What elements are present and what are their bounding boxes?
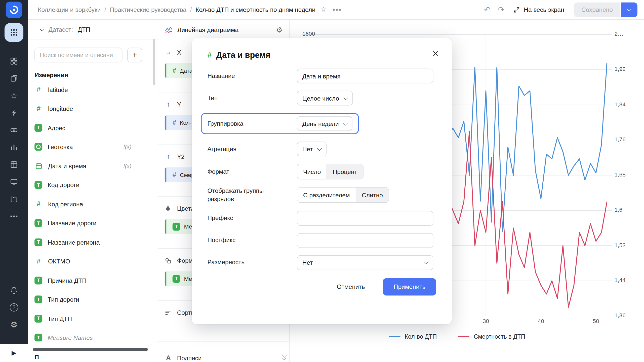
help-question-icon[interactable]: ? [6, 299, 22, 316]
chart-settings-gear-icon[interactable]: ⚙ [276, 25, 283, 34]
dimensions-section-header: Измерения [34, 71, 158, 78]
save-menu-caret-button[interactable] [621, 2, 637, 17]
notifications-bell-icon[interactable] [6, 282, 22, 299]
chart-type-header: Линейная диаграмма ⚙ [158, 20, 289, 40]
grouping-row: Группировка День недели [207, 113, 436, 134]
dataset-header[interactable]: Датасет: ДТП [28, 20, 158, 39]
field-item[interactable]: TПричина ДТП [28, 271, 158, 290]
aggregation-select[interactable]: Нет [297, 142, 326, 156]
charts-icon[interactable] [6, 139, 22, 156]
collections-icon[interactable] [6, 70, 22, 87]
favorite-star-icon[interactable]: ☆ [320, 5, 327, 14]
field-search-input[interactable] [34, 48, 122, 62]
scroll-down-indicator[interactable] [283, 355, 286, 359]
field-item[interactable]: TКод дороги [28, 175, 158, 195]
type-row: Тип Целое число [207, 91, 436, 106]
text-field-icon: T [34, 219, 42, 227]
field-item[interactable]: TТип дороги [28, 290, 158, 309]
field-item[interactable]: TНазвание дороги [28, 214, 158, 233]
type-select[interactable]: Целое число [297, 91, 353, 106]
dataset-panel: Датасет: ДТП + Измерения #latitude #long… [28, 20, 158, 362]
field-item[interactable]: #ОКТМО [28, 252, 158, 271]
field-item[interactable]: TАдрес [28, 118, 158, 137]
field-item[interactable]: TТип ДТП [28, 309, 158, 328]
grouping-select[interactable]: День недели [297, 116, 352, 131]
digit-groups-label: Отображать группы разрядов [207, 187, 273, 203]
dataset-label: Датасет: [49, 26, 73, 33]
apply-button[interactable]: Применить [383, 278, 436, 295]
field-item[interactable]: #latitude [28, 80, 158, 99]
apps-grid-icon[interactable] [5, 23, 23, 42]
text-field-icon: T [34, 124, 42, 132]
line-chart-type-icon[interactable] [165, 26, 173, 34]
digit-groups-option-plain[interactable]: Слитно [356, 188, 389, 203]
topbar: Коллекции и воркбуки / Практические руко… [28, 0, 644, 20]
formula-badge: f(x) [124, 144, 132, 150]
dashboards-icon[interactable] [6, 53, 22, 70]
right-axis-tick-label: 1,68 [614, 171, 625, 178]
horizontal-scrollbar[interactable] [33, 348, 148, 351]
app-root: ☆ ⋯ ? ⚙ ▶ Коллекции и [0, 0, 644, 362]
shelf-label: Y2 [177, 153, 185, 160]
shelf-label: Подписи [177, 354, 202, 361]
favorites-star-icon[interactable]: ☆ [6, 87, 22, 104]
format-option-percent[interactable]: Процент [327, 164, 363, 179]
redo-icon[interactable]: ↷ [498, 5, 505, 15]
text-field-icon: T [34, 296, 42, 303]
close-icon[interactable]: × [430, 47, 441, 60]
dialog-title: Дата и время [216, 50, 270, 60]
breadcrumb-guides[interactable]: Практические руководства [110, 6, 186, 13]
settings-gear-icon[interactable]: ⚙ [6, 316, 22, 333]
aggregation-label: Агрегация [207, 145, 297, 153]
datalens-logo-icon[interactable] [6, 2, 22, 18]
breadcrumb-collections[interactable]: Коллекции и воркбуки [38, 6, 101, 13]
field-item[interactable]: TMeasure Names [28, 328, 158, 347]
field-item[interactable]: Геоточкаf(x) [28, 137, 158, 156]
x-axis-tick-label: 50 [593, 318, 599, 324]
digit-groups-option-separator[interactable]: С разделителем [297, 188, 356, 203]
breadcrumb-separator: / [190, 6, 192, 13]
datasets-table-icon[interactable] [6, 156, 22, 173]
more-ellipsis-icon[interactable]: ⋯ [6, 208, 22, 225]
undo-icon[interactable]: ↶ [484, 5, 491, 15]
chevron-down-icon [343, 95, 348, 100]
field-item[interactable]: #longitude [28, 99, 158, 118]
vertical-scrollbar[interactable] [153, 39, 155, 85]
y-axis-icon: ↑ [165, 101, 172, 108]
text-field-icon: T [34, 315, 42, 323]
shelf-label: Y [177, 101, 181, 108]
field-item[interactable]: TНазвание региона [28, 233, 158, 252]
shelf-labels: АПодписи [158, 342, 289, 362]
field-item[interactable]: Дата и времяf(x) [28, 156, 158, 175]
name-input[interactable] [297, 69, 433, 83]
prefix-input[interactable] [297, 211, 433, 225]
legend-item-dtp[interactable]: Кол-во ДТП [389, 333, 437, 340]
monitoring-icon[interactable] [6, 173, 22, 191]
format-option-number[interactable]: Число [297, 164, 327, 179]
dimension-label: Размерность [207, 258, 297, 267]
legend-swatch-blue [389, 336, 401, 337]
more-actions-icon[interactable]: ••• [332, 5, 342, 14]
connections-icon[interactable] [6, 121, 22, 139]
shapes-icon [165, 257, 172, 264]
text-field-icon: T [34, 277, 42, 284]
saved-button[interactable]: Сохранено [574, 2, 620, 17]
x-axis-icon: → [165, 49, 172, 56]
field-list: #latitude #longitude TАдрес Геоточкаf(x)… [28, 80, 158, 362]
field-item[interactable]: #Код региона [28, 195, 158, 214]
chart-type-label[interactable]: Линейная диаграмма [177, 26, 271, 33]
add-field-button[interactable]: + [127, 48, 142, 62]
fullscreen-button[interactable]: На весь экран [513, 6, 564, 13]
legend-item-mortality[interactable]: Смертность в ДТП [458, 333, 525, 340]
prefix-row: Префикс [207, 211, 436, 225]
number-field-icon: # [34, 105, 43, 113]
dimension-select[interactable]: Нет [297, 255, 433, 270]
cancel-button[interactable]: Отменить [331, 279, 371, 294]
editor-bolt-icon[interactable] [6, 104, 22, 122]
chip-accent-bar [165, 63, 167, 78]
collapse-panel-button[interactable]: ▶ [0, 344, 28, 362]
dataset-name[interactable]: ДТП [78, 26, 90, 33]
number-field-icon: # [34, 85, 43, 94]
storage-folder-icon[interactable] [6, 191, 22, 208]
postfix-input[interactable] [297, 233, 433, 248]
